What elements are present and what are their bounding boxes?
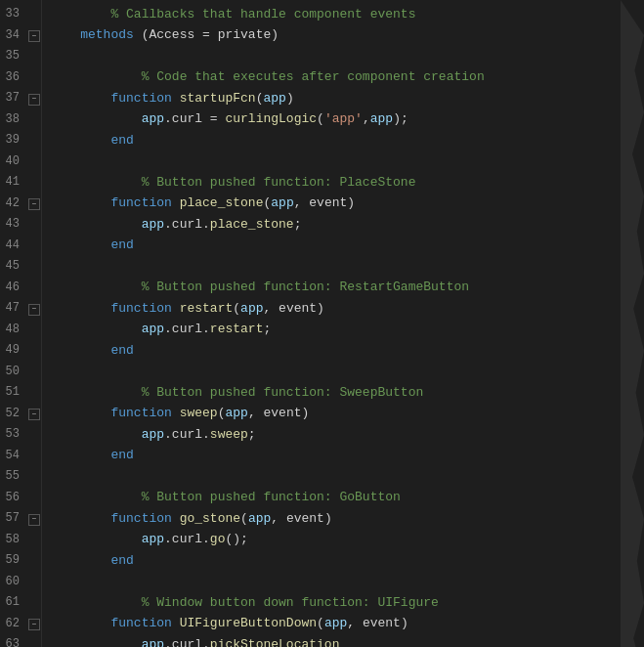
code-line: app.curl = curlingLogic('app',app); — [50, 109, 644, 131]
token-param: app — [142, 530, 164, 549]
fold-indicator[interactable]: – — [27, 511, 41, 527]
gutter-row: 44 — [0, 236, 41, 257]
line-number: 54 — [0, 447, 27, 465]
line-number: 40 — [0, 152, 27, 171]
gutter-row: 46 — [0, 278, 41, 299]
line-number: 50 — [0, 363, 27, 381]
token-plain: ( — [233, 299, 240, 319]
token-param: app — [142, 320, 164, 339]
code-line: app.curl.restart; — [50, 320, 644, 341]
token-plain: .curl. — [164, 320, 210, 339]
fold-button[interactable]: – — [28, 409, 40, 420]
gutter-row: 55 — [0, 466, 41, 488]
code-line: function go_stone(app, event) — [50, 508, 644, 530]
indent-space — [50, 89, 110, 108]
token-keyword: function — [110, 89, 171, 108]
token-method: place_stone — [210, 215, 294, 235]
token-param: app — [263, 89, 285, 108]
line-number: 56 — [0, 489, 27, 507]
gutter-row: 37– — [0, 88, 41, 109]
token-function: curlingLogic — [225, 109, 317, 129]
token-param: app — [225, 404, 247, 423]
token-comment: % Callbacks that handle component events — [110, 5, 415, 24]
token-plain: ( — [256, 89, 264, 108]
code-line — [50, 256, 644, 278]
indent-space — [50, 404, 110, 423]
gutter-row: 40 — [0, 151, 41, 173]
token-keyword: function — [110, 404, 171, 423]
token-keyword: function — [110, 509, 171, 529]
line-number: 57 — [0, 509, 27, 528]
code-line: end — [50, 340, 644, 362]
indent-space — [50, 530, 142, 549]
token-plain: .curl. — [164, 530, 210, 549]
token-plain: .curl. — [164, 215, 210, 235]
token-plain: .curl = — [164, 109, 225, 129]
gutter-row: 38 — [0, 109, 41, 131]
fold-indicator[interactable]: – — [27, 407, 41, 422]
token-keyword: end — [110, 236, 133, 255]
indent-space — [50, 236, 110, 255]
line-number: 53 — [0, 425, 27, 444]
token-plain: ( — [317, 614, 324, 633]
token-plain: ( — [218, 404, 226, 423]
fold-button[interactable]: – — [28, 619, 40, 630]
gutter-row: 50 — [0, 362, 41, 383]
code-line: function startupFcn(app) — [50, 88, 644, 109]
token-plain: ; — [294, 215, 302, 235]
gutter-row: 47– — [0, 298, 41, 320]
token-method: restart — [210, 320, 264, 339]
fold-indicator[interactable]: – — [27, 617, 41, 632]
code-line: app.curl.sweep; — [50, 424, 644, 446]
indent-space — [50, 635, 142, 647]
fold-button[interactable]: – — [28, 304, 40, 316]
gutter-row: 42– — [0, 194, 41, 215]
fold-indicator[interactable]: – — [27, 91, 41, 107]
line-number: 60 — [0, 573, 27, 591]
line-number: 41 — [0, 173, 27, 192]
gutter-row: 52– — [0, 404, 41, 425]
code-editor: 3334–353637–3839404142–4344454647–484950… — [0, 0, 644, 647]
gutter-row: 36 — [0, 67, 41, 89]
fold-indicator[interactable]: – — [27, 28, 41, 44]
token-param: app — [271, 194, 293, 213]
line-number: 47 — [0, 299, 27, 318]
token-plain: ) — [286, 89, 294, 108]
gutter-row: 56 — [0, 488, 41, 509]
gutter-row: 49 — [0, 340, 41, 362]
indent-space — [50, 446, 110, 465]
line-number: 43 — [0, 215, 27, 234]
gutter-row: 33 — [0, 4, 41, 25]
line-number: 36 — [0, 68, 27, 87]
code-line: % Button pushed function: RestartGameBut… — [50, 278, 644, 299]
line-number: 44 — [0, 237, 27, 255]
line-number: 39 — [0, 131, 27, 150]
fold-button[interactable]: – — [28, 94, 40, 106]
indent-space — [50, 131, 110, 151]
code-line: app.curl.place_stone; — [50, 214, 644, 236]
token-plain — [172, 194, 180, 213]
token-keyword: methods — [80, 25, 134, 45]
code-area: 3334–353637–3839404142–4344454647–484950… — [0, 0, 644, 647]
code-line: methods (Access = private) — [50, 25, 644, 47]
token-comment: % Button pushed function: RestartGameBut… — [142, 278, 469, 297]
code-line — [50, 46, 644, 67]
fold-indicator[interactable]: – — [27, 301, 41, 317]
fold-indicator[interactable]: – — [27, 196, 41, 212]
fold-button[interactable]: – — [28, 30, 40, 42]
token-plain: .curl. — [164, 635, 210, 647]
token-plain: ); — [393, 109, 408, 129]
token-keyword: function — [110, 299, 171, 319]
line-number: 51 — [0, 383, 27, 402]
token-comment: % Window button down function: UIFigure — [142, 593, 439, 613]
code-line: end — [50, 550, 644, 572]
token-keyword: end — [110, 131, 133, 151]
indent-space — [50, 25, 80, 45]
line-number: 42 — [0, 194, 27, 213]
gutter-row: 53 — [0, 424, 41, 446]
fold-button[interactable]: – — [28, 198, 40, 210]
gutter-row: 57– — [0, 508, 41, 530]
token-plain: , — [363, 109, 370, 129]
fold-button[interactable]: – — [28, 514, 40, 526]
token-comment: % Button pushed function: PlaceStone — [142, 173, 416, 193]
